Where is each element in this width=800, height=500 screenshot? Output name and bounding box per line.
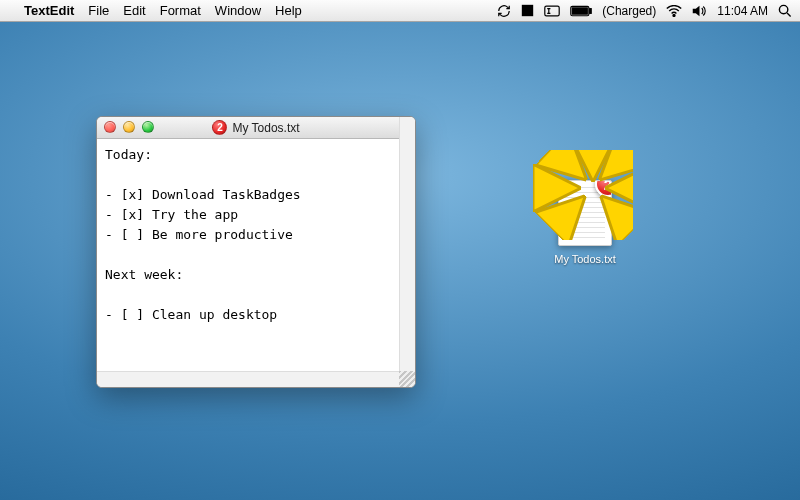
file-preview-lines bbox=[565, 187, 605, 239]
svg-rect-3 bbox=[590, 8, 592, 13]
svg-rect-0 bbox=[522, 5, 533, 16]
svg-line-9 bbox=[608, 158, 623, 172]
menu-square-icon[interactable] bbox=[521, 4, 534, 17]
vertical-scrollbar[interactable] bbox=[399, 117, 415, 371]
minimize-button[interactable] bbox=[123, 121, 135, 133]
menubar-left: TextEdit File Edit Format Window Help bbox=[10, 3, 302, 18]
svg-rect-1 bbox=[545, 6, 559, 16]
volume-icon[interactable] bbox=[692, 5, 707, 17]
menu-help[interactable]: Help bbox=[275, 3, 302, 18]
svg-point-6 bbox=[779, 5, 787, 13]
file-label: My Todos.txt bbox=[550, 252, 620, 266]
file-thumbnail: 2 bbox=[558, 180, 612, 246]
resize-handle[interactable] bbox=[399, 371, 415, 387]
svg-point-5 bbox=[673, 14, 675, 16]
menu-file[interactable]: File bbox=[88, 3, 109, 18]
clock-time[interactable]: 11:04 AM bbox=[717, 4, 768, 18]
window-title: 2 My Todos.txt bbox=[212, 120, 299, 135]
text-input-icon[interactable] bbox=[544, 5, 560, 17]
desktop-file-icon[interactable]: 2 My Todos.txt bbox=[545, 180, 625, 266]
window-title-text: My Todos.txt bbox=[232, 121, 299, 135]
textedit-window[interactable]: 2 My Todos.txt Today: - [x] Download Tas… bbox=[96, 116, 416, 388]
spotlight-icon[interactable] bbox=[778, 4, 792, 18]
horizontal-scrollbar[interactable] bbox=[97, 371, 415, 387]
wifi-icon[interactable] bbox=[666, 5, 682, 17]
traffic-lights bbox=[104, 121, 154, 133]
battery-status-text: (Charged) bbox=[602, 4, 656, 18]
menubar: TextEdit File Edit Format Window Help (C… bbox=[0, 0, 800, 22]
menu-window[interactable]: Window bbox=[215, 3, 261, 18]
menubar-right: (Charged) 11:04 AM bbox=[497, 4, 792, 18]
text-editor-content[interactable]: Today: - [x] Download TaskBadges - [x] T… bbox=[97, 139, 415, 387]
svg-rect-4 bbox=[573, 7, 588, 13]
battery-icon[interactable] bbox=[570, 5, 592, 17]
zoom-button[interactable] bbox=[142, 121, 154, 133]
sync-icon[interactable] bbox=[497, 4, 511, 18]
app-menu[interactable]: TextEdit bbox=[24, 3, 74, 18]
menu-edit[interactable]: Edit bbox=[123, 3, 145, 18]
menu-format[interactable]: Format bbox=[160, 3, 201, 18]
window-titlebar[interactable]: 2 My Todos.txt bbox=[97, 117, 415, 139]
svg-line-8 bbox=[563, 158, 578, 172]
title-badge-icon: 2 bbox=[212, 120, 227, 135]
close-button[interactable] bbox=[104, 121, 116, 133]
